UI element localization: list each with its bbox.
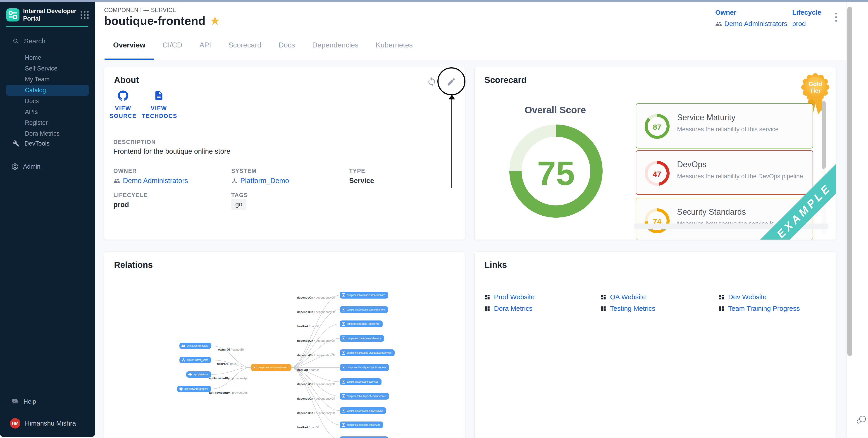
score-value: 47: [653, 170, 661, 178]
link-label: Dev Website: [728, 293, 767, 301]
sidebar-item-home[interactable]: Home: [6, 52, 89, 63]
relation-node-component-boutique-emailservice[interactable]: component:boutique-emailservice: [340, 335, 384, 342]
relation-node-api-petstore[interactable]: api:petstore: [186, 371, 211, 378]
relation-node-api-starwars-graphql[interactable]: api:starwars-graphql: [177, 386, 211, 392]
system-field-link[interactable]: Platform_Demo: [231, 177, 289, 185]
tab-api[interactable]: API: [191, 30, 220, 60]
relation-edge-label: dependsOn / dependencyOf: [297, 339, 335, 342]
sidebar: Internal Developer Portal Search HomeSel…: [0, 2, 95, 437]
tab-scorecard[interactable]: Scorecard: [220, 30, 270, 60]
system-icon: [231, 178, 238, 184]
tab-kubernetes[interactable]: Kubernetes: [367, 30, 421, 60]
score-ring: 74: [645, 208, 670, 234]
sidebar-item-devtools[interactable]: DevTools: [6, 138, 89, 149]
relation-node-center-boutique-frontend[interactable]: component:boutique-frontend: [251, 364, 291, 371]
search-input[interactable]: Search: [13, 36, 81, 46]
entity-tabs: OverviewCI/CDAPIScorecardDocsDependencie…: [95, 30, 846, 60]
page-scrollbar-thumb[interactable]: [847, 7, 852, 356]
svg-text:api:starwars-graphql: api:starwars-graphql: [184, 388, 208, 391]
owner-link[interactable]: Demo Administrators: [715, 20, 787, 28]
owner-label: Owner: [715, 9, 787, 16]
tab-ci-cd[interactable]: CI/CD: [154, 30, 191, 60]
tag-chip[interactable]: go: [231, 199, 246, 210]
scorecard-item-devops[interactable]: 47DevOpsMeasures the reliability of the …: [636, 150, 813, 195]
relations-graph[interactable]: Demo Administratorssystem:Platform_Demoa…: [104, 252, 465, 438]
relation-node-component-boutique-productcatalogservice[interactable]: component:boutique-productcatalogservice: [340, 349, 395, 356]
help-chat-icon: ?: [11, 398, 19, 405]
header-owner: Owner Demo Administrators: [715, 9, 787, 28]
link-prod-website[interactable]: Prod Website: [484, 293, 535, 301]
avatar: HM: [10, 418, 20, 429]
relation-edge-label: dependsOn / dependencyOf: [297, 310, 335, 314]
dashboard-icon: [600, 306, 607, 312]
owner-field-link[interactable]: Demo Administrators: [113, 177, 188, 185]
relation-node-demo-administrators[interactable]: Demo Administrators: [180, 343, 211, 349]
sidebar-item-apis[interactable]: APIs: [6, 106, 89, 117]
dashboard-icon: [484, 294, 490, 300]
overall-score-value: 75: [537, 155, 575, 192]
sidebar-item-label: DevTools: [25, 140, 50, 147]
relation-node-component-boutique-shippingservice[interactable]: component:boutique-shippingservice: [340, 364, 389, 371]
content-area: About VIEW SOURCE VIEW TECHDOCS: [95, 60, 846, 438]
svg-text:Demo Administrators: Demo Administrators: [187, 344, 208, 347]
favorite-star-icon[interactable]: ★: [211, 15, 220, 26]
more-options-kebab-icon[interactable]: [832, 11, 841, 25]
sidebar-item-register[interactable]: Register: [6, 117, 89, 128]
description-label: DESCRIPTION: [113, 139, 156, 145]
sidebar-item-self-service[interactable]: Self Service: [6, 63, 89, 74]
github-icon: [118, 91, 128, 101]
svg-text:component:boutique-loadgenerat: component:boutique-loadgenerator: [347, 409, 383, 412]
view-source-button[interactable]: VIEW SOURCE: [106, 91, 140, 120]
app-title: Internal Developer Portal: [23, 7, 81, 22]
sidebar-item-my-team[interactable]: My Team: [6, 74, 89, 85]
relation-node-component-boutique-currencyservice[interactable]: component:boutique-currencyservice: [340, 292, 388, 299]
relation-node-component-boutique-adservice[interactable]: component:boutique-adservice: [340, 378, 381, 385]
relation-node-component-boutique-paymentservice[interactable]: component:boutique-paymentservice: [340, 306, 388, 313]
chat-bubbles-icon[interactable]: [856, 414, 867, 425]
sidebar-item-dora-metrics[interactable]: Dora Metrics: [6, 128, 89, 139]
search-underline: [19, 49, 72, 49]
lifecycle-field-value: prod: [113, 201, 129, 209]
svg-text:component:boutique-emailservic: component:boutique-emailservice: [347, 337, 381, 340]
dashboard-icon: [718, 306, 724, 312]
relation-node-component-boutique-redisservice[interactable]: component:boutique-redisservice: [340, 321, 383, 327]
view-techdocs-button[interactable]: VIEW TECHDOCS: [142, 91, 176, 120]
apps-grid-icon[interactable]: [81, 11, 89, 19]
relation-node-component-boutique-cartservice[interactable]: component:boutique-cartservice: [340, 422, 383, 428]
search-placeholder: Search: [24, 37, 45, 45]
tab-docs[interactable]: Docs: [270, 30, 304, 60]
relation-node-right-10[interactable]: [340, 436, 388, 438]
lifecycle-label: Lifecycle: [792, 9, 821, 16]
links-title: Links: [485, 260, 507, 270]
svg-text:?: ?: [14, 399, 16, 403]
score-item-name: Service Maturity: [677, 113, 735, 122]
app-logo-icon: [6, 8, 20, 22]
sidebar-item-catalog[interactable]: Catalog: [6, 85, 89, 96]
link-qa-website[interactable]: QA Website: [600, 293, 646, 301]
tab-dependencies[interactable]: Dependencies: [304, 30, 367, 60]
relation-edge-label: hasPart / partOf: [297, 325, 319, 328]
link-dev-website[interactable]: Dev Website: [718, 293, 767, 301]
relations-card: Relations Demo Administratorssystem:Plat…: [104, 251, 465, 438]
sidebar-item-docs[interactable]: Docs: [6, 96, 89, 106]
link-dora-metrics[interactable]: Dora Metrics: [484, 305, 532, 312]
link-testing-metrics[interactable]: Testing Metrics: [600, 305, 655, 312]
relation-node-component-boutique-checkoutservice[interactable]: component:boutique-checkoutservice: [340, 393, 389, 400]
link-label: Team Training Progress: [728, 305, 800, 312]
scorecard-item-service-maturity[interactable]: 87Service MaturityMeasures the reliabili…: [636, 103, 813, 148]
link-team-training-progress[interactable]: Team Training Progress: [718, 305, 800, 312]
refresh-icon[interactable]: [427, 77, 437, 87]
tab-overview[interactable]: Overview: [104, 30, 154, 60]
scorecard-card: Scorecard Gold Tier Ov: [474, 67, 836, 240]
scorecard-vertical-scrollbar[interactable]: [822, 101, 826, 234]
relation-node-component-boutique-loadgenerator[interactable]: component:boutique-loadgenerator: [340, 407, 386, 414]
user-menu[interactable]: HM Himanshu Mishra: [6, 417, 89, 429]
gear-icon: [11, 163, 19, 170]
relation-node-system-platform-demo[interactable]: system:Platform_Demo: [180, 357, 211, 363]
relation-edge-label: dependsOn / dependencyOf: [297, 353, 335, 357]
sidebar-item-admin[interactable]: Admin: [6, 161, 89, 172]
svg-text:component:boutique-frontend: component:boutique-frontend: [258, 366, 288, 369]
sidebar-item-help[interactable]: ? Help: [6, 396, 89, 407]
owner-value: Demo Administrators: [724, 20, 787, 28]
wrench-icon: [13, 140, 20, 147]
